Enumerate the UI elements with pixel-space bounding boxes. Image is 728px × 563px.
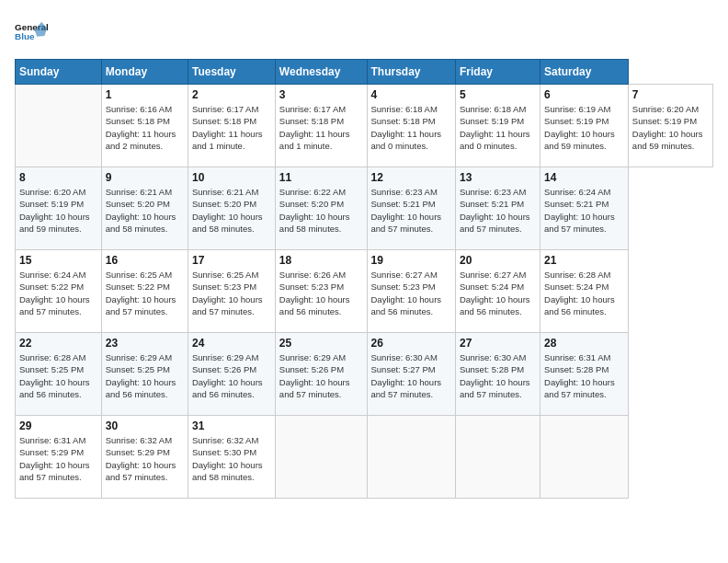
calendar-day-cell: 21Sunrise: 6:28 AM Sunset: 5:24 PM Dayli… (540, 250, 629, 333)
calendar-day-cell: 9Sunrise: 6:21 AM Sunset: 5:20 PM Daylig… (101, 167, 188, 250)
day-number: 27 (460, 337, 536, 350)
day-info: Sunrise: 6:29 AM Sunset: 5:25 PM Dayligh… (106, 351, 184, 400)
calendar-day-cell: 6Sunrise: 6:19 AM Sunset: 5:19 PM Daylig… (540, 85, 629, 167)
day-number: 7 (632, 88, 709, 101)
day-info: Sunrise: 6:23 AM Sunset: 5:21 PM Dayligh… (371, 186, 451, 235)
calendar-day-cell: 25Sunrise: 6:29 AM Sunset: 5:26 PM Dayli… (275, 333, 367, 416)
calendar-day-cell: 4Sunrise: 6:18 AM Sunset: 5:18 PM Daylig… (367, 85, 455, 167)
day-info: Sunrise: 6:19 AM Sunset: 5:19 PM Dayligh… (544, 103, 624, 152)
calendar-week-row: 1Sunrise: 6:16 AM Sunset: 5:18 PM Daylig… (16, 85, 713, 167)
calendar-day-cell (455, 416, 540, 499)
day-of-week-header: Wednesday (275, 60, 367, 85)
calendar-day-cell: 18Sunrise: 6:26 AM Sunset: 5:23 PM Dayli… (275, 250, 367, 333)
day-number: 1 (106, 88, 184, 101)
calendar-day-cell: 19Sunrise: 6:27 AM Sunset: 5:23 PM Dayli… (367, 250, 455, 333)
day-number: 18 (279, 254, 363, 267)
calendar-day-cell (367, 416, 455, 499)
svg-text:Blue: Blue (15, 31, 35, 41)
calendar-day-cell: 2Sunrise: 6:17 AM Sunset: 5:18 PM Daylig… (188, 85, 275, 167)
calendar-day-cell: 30Sunrise: 6:32 AM Sunset: 5:29 PM Dayli… (101, 416, 188, 499)
day-of-week-header: Monday (101, 60, 188, 85)
calendar-day-cell: 23Sunrise: 6:29 AM Sunset: 5:25 PM Dayli… (101, 333, 188, 416)
day-info: Sunrise: 6:30 AM Sunset: 5:27 PM Dayligh… (371, 351, 451, 400)
day-number: 23 (106, 337, 184, 350)
day-number: 21 (544, 254, 624, 267)
calendar-day-cell: 31Sunrise: 6:32 AM Sunset: 5:30 PM Dayli… (188, 416, 275, 499)
calendar-day-cell: 11Sunrise: 6:22 AM Sunset: 5:20 PM Dayli… (275, 167, 367, 250)
day-number: 6 (544, 88, 624, 101)
calendar-table: SundayMondayTuesdayWednesdayThursdayFrid… (15, 59, 713, 499)
day-number: 22 (19, 337, 97, 350)
day-of-week-header: Tuesday (188, 60, 275, 85)
logo: General Blue (15, 15, 48, 48)
calendar-day-cell: 7Sunrise: 6:20 AM Sunset: 5:19 PM Daylig… (628, 85, 712, 167)
calendar-day-cell: 14Sunrise: 6:24 AM Sunset: 5:21 PM Dayli… (540, 167, 629, 250)
day-number: 13 (460, 171, 536, 184)
day-info: Sunrise: 6:16 AM Sunset: 5:18 PM Dayligh… (106, 103, 184, 152)
calendar-day-cell: 20Sunrise: 6:27 AM Sunset: 5:24 PM Dayli… (455, 250, 540, 333)
calendar-day-cell: 27Sunrise: 6:30 AM Sunset: 5:28 PM Dayli… (455, 333, 540, 416)
day-info: Sunrise: 6:17 AM Sunset: 5:18 PM Dayligh… (192, 103, 271, 152)
day-number: 10 (192, 171, 271, 184)
calendar-day-cell: 24Sunrise: 6:29 AM Sunset: 5:26 PM Dayli… (188, 333, 275, 416)
day-number: 9 (106, 171, 184, 184)
day-number: 26 (371, 337, 451, 350)
calendar-day-cell: 16Sunrise: 6:25 AM Sunset: 5:22 PM Dayli… (101, 250, 188, 333)
day-info: Sunrise: 6:21 AM Sunset: 5:20 PM Dayligh… (106, 186, 184, 235)
calendar-day-cell: 22Sunrise: 6:28 AM Sunset: 5:25 PM Dayli… (16, 333, 102, 416)
day-number: 12 (371, 171, 451, 184)
calendar-day-cell: 1Sunrise: 6:16 AM Sunset: 5:18 PM Daylig… (101, 85, 188, 167)
day-info: Sunrise: 6:20 AM Sunset: 5:19 PM Dayligh… (19, 186, 97, 235)
day-number: 25 (279, 337, 363, 350)
day-number: 24 (192, 337, 271, 350)
day-info: Sunrise: 6:18 AM Sunset: 5:19 PM Dayligh… (460, 103, 536, 152)
day-info: Sunrise: 6:30 AM Sunset: 5:28 PM Dayligh… (460, 351, 536, 400)
day-info: Sunrise: 6:25 AM Sunset: 5:22 PM Dayligh… (106, 269, 184, 317)
calendar-day-cell: 10Sunrise: 6:21 AM Sunset: 5:20 PM Dayli… (188, 167, 275, 250)
day-info: Sunrise: 6:18 AM Sunset: 5:18 PM Dayligh… (371, 103, 451, 152)
day-info: Sunrise: 6:31 AM Sunset: 5:29 PM Dayligh… (19, 434, 97, 483)
calendar-day-cell (16, 85, 102, 167)
day-number: 11 (279, 171, 363, 184)
calendar-day-cell: 12Sunrise: 6:23 AM Sunset: 5:21 PM Dayli… (367, 167, 455, 250)
day-info: Sunrise: 6:17 AM Sunset: 5:18 PM Dayligh… (279, 103, 363, 152)
calendar-day-cell: 13Sunrise: 6:23 AM Sunset: 5:21 PM Dayli… (455, 167, 540, 250)
day-info: Sunrise: 6:32 AM Sunset: 5:29 PM Dayligh… (106, 434, 184, 483)
day-info: Sunrise: 6:28 AM Sunset: 5:24 PM Dayligh… (544, 269, 624, 317)
calendar-day-cell (275, 416, 367, 499)
day-of-week-header: Sunday (16, 60, 102, 85)
day-info: Sunrise: 6:24 AM Sunset: 5:22 PM Dayligh… (19, 269, 97, 317)
calendar-day-cell: 8Sunrise: 6:20 AM Sunset: 5:19 PM Daylig… (16, 167, 102, 250)
day-number: 14 (544, 171, 624, 184)
day-number: 31 (192, 419, 271, 432)
day-info: Sunrise: 6:29 AM Sunset: 5:26 PM Dayligh… (279, 351, 363, 400)
day-number: 20 (460, 254, 536, 267)
day-number: 8 (19, 171, 97, 184)
day-of-week-header: Thursday (367, 60, 455, 85)
day-number: 19 (371, 254, 451, 267)
calendar-day-cell: 26Sunrise: 6:30 AM Sunset: 5:27 PM Dayli… (367, 333, 455, 416)
calendar-header-row: SundayMondayTuesdayWednesdayThursdayFrid… (16, 60, 713, 85)
day-info: Sunrise: 6:23 AM Sunset: 5:21 PM Dayligh… (460, 186, 536, 235)
calendar-day-cell: 28Sunrise: 6:31 AM Sunset: 5:28 PM Dayli… (540, 333, 629, 416)
page-header: General Blue (15, 15, 713, 48)
day-number: 16 (106, 254, 184, 267)
calendar-week-row: 15Sunrise: 6:24 AM Sunset: 5:22 PM Dayli… (16, 250, 713, 333)
day-info: Sunrise: 6:20 AM Sunset: 5:19 PM Dayligh… (632, 103, 709, 152)
day-number: 2 (192, 88, 271, 101)
calendar-day-cell: 5Sunrise: 6:18 AM Sunset: 5:19 PM Daylig… (455, 85, 540, 167)
day-of-week-header: Saturday (540, 60, 629, 85)
day-info: Sunrise: 6:27 AM Sunset: 5:23 PM Dayligh… (371, 269, 451, 317)
calendar-week-row: 22Sunrise: 6:28 AM Sunset: 5:25 PM Dayli… (16, 333, 713, 416)
day-number: 30 (106, 419, 184, 432)
calendar-week-row: 8Sunrise: 6:20 AM Sunset: 5:19 PM Daylig… (16, 167, 713, 250)
day-info: Sunrise: 6:24 AM Sunset: 5:21 PM Dayligh… (544, 186, 624, 235)
day-number: 15 (19, 254, 97, 267)
day-info: Sunrise: 6:32 AM Sunset: 5:30 PM Dayligh… (192, 434, 271, 483)
logo-svg: General Blue (15, 15, 48, 48)
day-info: Sunrise: 6:21 AM Sunset: 5:20 PM Dayligh… (192, 186, 271, 235)
day-info: Sunrise: 6:28 AM Sunset: 5:25 PM Dayligh… (19, 351, 97, 400)
day-number: 17 (192, 254, 271, 267)
day-info: Sunrise: 6:26 AM Sunset: 5:23 PM Dayligh… (279, 269, 363, 317)
day-info: Sunrise: 6:29 AM Sunset: 5:26 PM Dayligh… (192, 351, 271, 400)
